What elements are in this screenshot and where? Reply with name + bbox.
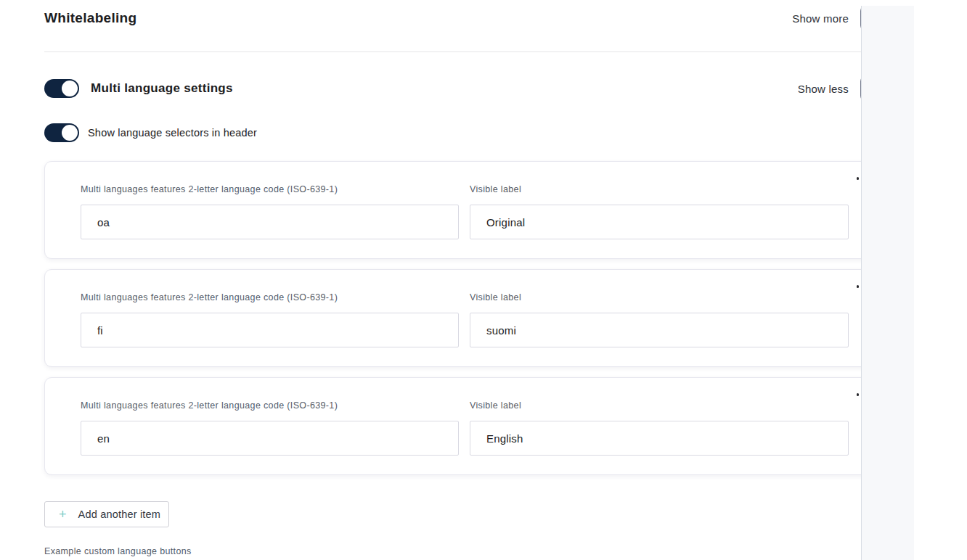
header-selector-toggle-row: Show language selectors in header bbox=[44, 123, 885, 142]
add-another-item-button[interactable]: + Add another item bbox=[44, 501, 169, 527]
page-title: Whitelabeling bbox=[44, 10, 136, 26]
toggle-knob bbox=[62, 125, 78, 141]
multi-language-section-header: Multi language settings Show less bbox=[44, 76, 885, 101]
language-code-input[interactable] bbox=[81, 313, 459, 347]
header-selector-toggle[interactable] bbox=[44, 123, 79, 142]
ellipsis-icon bbox=[857, 285, 860, 288]
visible-label-label: Visible label bbox=[470, 401, 849, 411]
whitelabeling-section-header: Whitelabeling Show more bbox=[44, 6, 885, 30]
section-divider bbox=[44, 52, 885, 52]
visible-label-label: Visible label bbox=[470, 293, 849, 302]
language-code-input[interactable] bbox=[81, 421, 459, 456]
language-item-card: Multi languages features 2-letter langua… bbox=[44, 161, 885, 259]
visible-label-label: Visible label bbox=[470, 185, 849, 194]
language-item-card: Multi languages features 2-letter langua… bbox=[44, 377, 885, 475]
example-custom-language-buttons-label: Example custom language buttons bbox=[44, 546, 885, 556]
language-code-label: Multi languages features 2-letter langua… bbox=[81, 293, 459, 302]
multi-language-toggle[interactable] bbox=[44, 79, 79, 98]
language-code-label: Multi languages features 2-letter langua… bbox=[81, 401, 459, 411]
visible-label-input[interactable] bbox=[470, 421, 849, 456]
ellipsis-icon bbox=[857, 393, 860, 396]
language-code-label: Multi languages features 2-letter langua… bbox=[81, 185, 459, 194]
language-item-card: Multi languages features 2-letter langua… bbox=[44, 269, 885, 367]
ellipsis-icon bbox=[857, 177, 860, 180]
show-more-label: Show more bbox=[792, 12, 849, 25]
toggle-knob bbox=[62, 81, 78, 96]
settings-page: Whitelabeling Show more bbox=[0, 6, 914, 560]
section-title: Multi language settings bbox=[91, 81, 233, 96]
language-code-input[interactable] bbox=[81, 205, 459, 239]
add-another-item-label: Add another item bbox=[78, 508, 161, 520]
right-panel-gutter bbox=[861, 6, 914, 560]
show-less-label: Show less bbox=[798, 83, 849, 95]
plus-icon: + bbox=[59, 508, 67, 521]
header-selector-toggle-label: Show language selectors in header bbox=[88, 127, 257, 139]
visible-label-input[interactable] bbox=[470, 205, 849, 239]
visible-label-input[interactable] bbox=[470, 313, 849, 347]
